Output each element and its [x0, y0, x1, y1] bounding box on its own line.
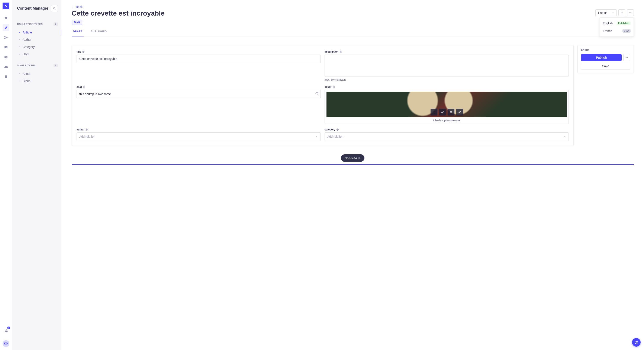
globe-icon: [358, 157, 360, 159]
field-description: description max. 80 characters: [324, 50, 569, 81]
nav-builder-icon[interactable]: [2, 54, 10, 60]
author-label: author: [76, 128, 88, 131]
category-select[interactable]: Add relation: [324, 132, 569, 141]
author-placeholder: Add relation: [79, 135, 95, 138]
tab-published[interactable]: Published: [90, 30, 108, 36]
sidebar-item-label: User: [22, 52, 29, 56]
chevron-down-icon: [612, 12, 614, 14]
nav-media-icon[interactable]: [2, 44, 10, 51]
field-category: category Add relation: [324, 128, 569, 141]
group-count-collection: 4: [54, 22, 58, 26]
author-select[interactable]: Add relation: [76, 132, 321, 141]
caret-down-icon: [316, 136, 318, 138]
locale-select[interactable]: French: [596, 9, 617, 16]
sidebar-item-article[interactable]: Article: [17, 29, 58, 36]
locale-selected-label: French: [598, 11, 608, 14]
nav-home-icon[interactable]: [2, 14, 10, 21]
caret-down-icon: [564, 136, 566, 138]
nav-send-icon[interactable]: [2, 34, 10, 41]
nav-cloud-icon[interactable]: [2, 63, 10, 70]
app-logo[interactable]: [2, 2, 10, 9]
sidebar-item-label: Article: [22, 31, 32, 34]
globe-icon: [340, 50, 342, 53]
slug-label: slug: [76, 85, 86, 88]
field-slug: slug: [76, 85, 321, 124]
locale-name: English: [603, 21, 613, 25]
cover-link-button[interactable]: [439, 109, 446, 115]
svg-point-4: [631, 12, 632, 13]
nav-settings-icon[interactable]: 1: [2, 328, 10, 334]
locale-status-badge: Published: [617, 21, 630, 25]
blocks-pill[interactable]: blocks (5): [341, 154, 364, 162]
svg-point-13: [627, 57, 628, 58]
search-button[interactable]: [51, 5, 58, 12]
category-label: category: [324, 128, 339, 131]
sidebar-item-user[interactable]: User: [17, 50, 58, 58]
settings-badge: 1: [7, 327, 10, 329]
nav-content-icon[interactable]: [2, 24, 10, 31]
cover-filename: this-shrimp-is-awesome: [326, 119, 567, 122]
field-author: author Add relation: [76, 128, 321, 141]
sidebar-item-label: Global: [22, 79, 31, 83]
sidebar-title: Content Manager: [17, 6, 48, 11]
sidebar-item-label: Category: [22, 45, 35, 49]
tab-draft[interactable]: Draft: [72, 30, 84, 36]
locale-option-english[interactable]: English Published: [600, 19, 634, 27]
locale-name: French: [603, 29, 612, 33]
more-actions-button[interactable]: [627, 9, 634, 16]
title-label: title: [76, 50, 85, 53]
cover-image: [326, 92, 567, 117]
back-link[interactable]: Back: [72, 5, 82, 8]
help-button[interactable]: [632, 338, 640, 347]
download-button[interactable]: [618, 9, 625, 16]
slug-regenerate-button[interactable]: [315, 92, 318, 96]
sidebar-item-label: Author: [22, 38, 31, 41]
save-button[interactable]: Save: [581, 63, 630, 69]
page-title: Cette crevette est incroyable: [72, 9, 165, 17]
sidebar-item-label: About: [22, 72, 30, 75]
group-title-collection: Collection Types: [17, 23, 43, 25]
sidebar-item-category[interactable]: Category: [17, 43, 58, 50]
locale-popover: English Published French Draft: [600, 17, 634, 37]
svg-line-1: [54, 9, 55, 9]
publish-button[interactable]: Publish: [581, 54, 622, 61]
locale-status-badge: Draft: [622, 29, 630, 33]
globe-icon: [83, 86, 86, 88]
field-title: title: [76, 50, 321, 81]
sidebar-item-about[interactable]: About: [17, 70, 58, 77]
blocks-label: blocks (5): [345, 156, 357, 160]
description-helper: max. 80 characters: [324, 78, 569, 81]
globe-icon: [86, 128, 88, 131]
nav-marketplace-icon[interactable]: [2, 73, 10, 80]
description-label: description: [324, 50, 342, 53]
back-label: Back: [76, 5, 82, 8]
cover-add-button[interactable]: [430, 109, 437, 115]
group-title-single: Single Types: [17, 64, 36, 67]
locale-option-french[interactable]: French Draft: [600, 27, 634, 35]
svg-point-16: [636, 343, 636, 343]
field-cover: cover: [324, 85, 569, 124]
svg-point-2: [629, 12, 630, 13]
status-badge: Draft: [72, 20, 82, 25]
description-input[interactable]: [324, 54, 569, 77]
globe-icon: [332, 86, 335, 88]
svg-point-11: [626, 57, 626, 58]
svg-point-12: [626, 57, 627, 58]
cover-edit-button[interactable]: [456, 109, 463, 115]
svg-point-3: [630, 12, 630, 13]
blocks-container: [72, 165, 634, 166]
slug-input[interactable]: [76, 90, 321, 98]
entry-more-button[interactable]: [623, 54, 630, 61]
group-count-single: 2: [54, 64, 58, 67]
user-avatar[interactable]: KD: [2, 340, 10, 347]
category-placeholder: Add relation: [327, 135, 343, 138]
svg-point-0: [53, 7, 55, 9]
title-input[interactable]: [76, 54, 321, 63]
globe-icon: [82, 50, 85, 53]
cover-label: cover: [324, 85, 335, 88]
sidebar-item-global[interactable]: Global: [17, 77, 58, 85]
cover-delete-button[interactable]: [448, 109, 454, 115]
globe-icon: [336, 128, 339, 131]
entry-panel-title: Entry: [581, 49, 630, 51]
sidebar-item-author[interactable]: Author: [17, 36, 58, 43]
